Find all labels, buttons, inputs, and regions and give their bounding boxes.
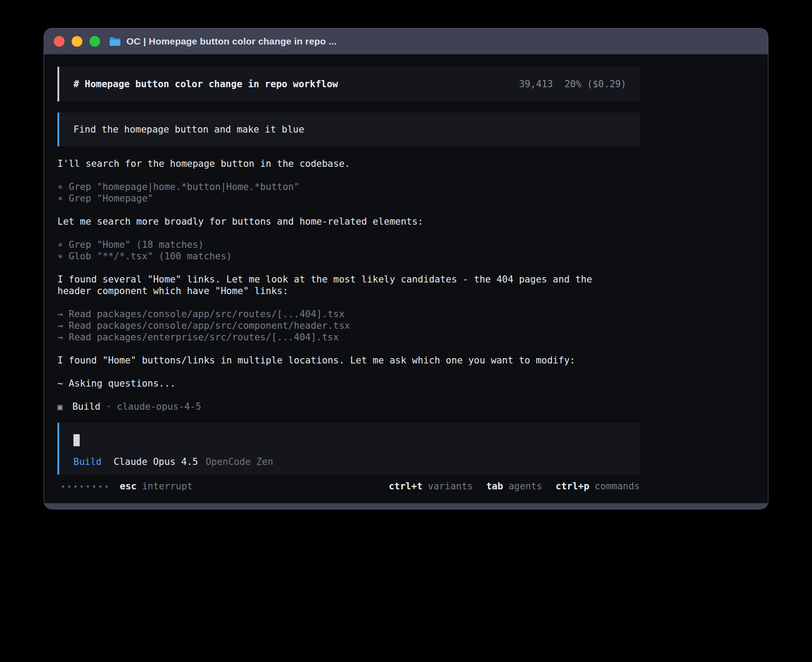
user-message-text: Find the homepage button and make it blu…: [73, 124, 304, 135]
model-name[interactable]: Claude Opus 4.5: [114, 456, 198, 468]
shortcut-commands: ctrl+p commands: [556, 480, 640, 492]
assistant-transcript: I'll search for the homepage button in t…: [57, 158, 611, 412]
agent-model: claude-opus-4-5: [117, 401, 201, 412]
agent-status-line: ▣ Build · claude-opus-4-5: [57, 401, 611, 412]
session-header: # Homepage button color change in repo w…: [57, 67, 640, 101]
context-usage: 20% ($0.29): [564, 78, 626, 90]
session-title: # Homepage button color change in repo w…: [73, 78, 338, 90]
agent-mode-label[interactable]: Build: [73, 456, 102, 468]
ctrl-p-key: ctrl+p: [556, 480, 589, 492]
prompt-input[interactable]: Build Claude Opus 4.5 OpenCode Zen: [57, 423, 640, 475]
text-cursor: [73, 434, 80, 446]
tool-call-grep: ∗ Grep "Home" (18 matches): [57, 239, 611, 250]
minimize-button[interactable]: [72, 36, 82, 47]
assistant-message: I found several "Home" links. Let me loo…: [57, 274, 611, 297]
token-count: 39,413: [519, 78, 553, 90]
tool-call-group: ∗ Grep "homepage|home.*button|Home.*butt…: [57, 181, 611, 204]
assistant-message: I found "Home" buttons/links in multiple…: [57, 355, 611, 366]
shortcut-interrupt: esc interrupt: [120, 480, 193, 492]
session-stats: 39,413 20% ($0.29): [519, 78, 626, 90]
esc-label: interrupt: [142, 480, 193, 492]
agent-icon: ▣: [57, 401, 62, 412]
close-button[interactable]: [54, 36, 65, 47]
tool-call-group: → Read packages/console/app/src/routes/[…: [57, 308, 611, 343]
tab-key: tab: [486, 480, 503, 492]
agent-separator: ·: [106, 401, 112, 412]
tool-call-read: → Read packages/enterprise/src/routes/[.…: [57, 331, 611, 343]
tool-call-glob: ∗ Glob "**/*.tsx" (100 matches): [57, 250, 611, 262]
commands-label: commands: [595, 480, 640, 492]
variants-label: variants: [428, 480, 473, 492]
tool-call-read: → Read packages/console/app/src/componen…: [57, 320, 611, 331]
tool-call-grep: ∗ Grep "Homepage": [57, 193, 611, 204]
zoom-button[interactable]: [89, 36, 100, 47]
status-bar: esc interrupt ctrl+t variants tab agents…: [57, 480, 640, 492]
traffic-lights: [54, 36, 100, 47]
shortcut-variants: ctrl+t variants: [389, 480, 473, 492]
tool-call-read: → Read packages/console/app/src/routes/[…: [57, 308, 611, 320]
folder-icon: [109, 36, 121, 46]
assistant-message: Let me search more broadly for buttons a…: [57, 216, 611, 227]
esc-key: esc: [120, 480, 137, 492]
spinner-dots: [62, 485, 108, 488]
tool-call-grep: ∗ Grep "homepage|home.*button|Home.*butt…: [57, 181, 611, 193]
agent-name: Build: [72, 401, 100, 412]
terminal-window: OC | Homepage button color change in rep…: [44, 28, 768, 509]
terminal-content: # Homepage button color change in repo w…: [44, 54, 768, 503]
shortcut-agents: tab agents: [486, 480, 542, 492]
tool-call-group: ∗ Grep "Home" (18 matches) ∗ Glob "**/*.…: [57, 239, 611, 262]
window-title: OC | Homepage button color change in rep…: [126, 36, 337, 47]
model-provider: OpenCode Zen: [206, 456, 273, 468]
ctrl-t-key: ctrl+t: [389, 480, 422, 492]
window-titlebar[interactable]: OC | Homepage button color change in rep…: [44, 28, 768, 54]
working-status: ~ Asking questions...: [57, 378, 611, 389]
user-message: Find the homepage button and make it blu…: [57, 113, 640, 146]
model-status-line: Build Claude Opus 4.5 OpenCode Zen: [73, 456, 625, 468]
agents-label: agents: [508, 480, 542, 492]
assistant-message: I'll search for the homepage button in t…: [57, 158, 611, 170]
desktop-background: OC | Homepage button color change in rep…: [0, 0, 812, 662]
